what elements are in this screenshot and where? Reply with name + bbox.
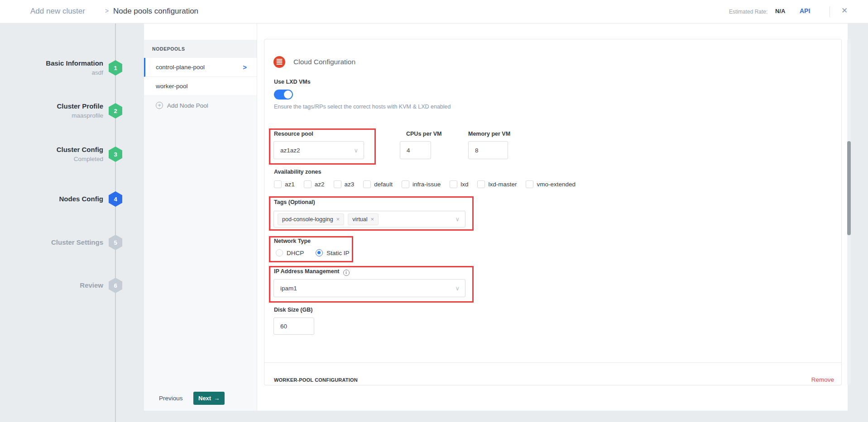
lxd-hint-text: Ensure the tags/RPs select the correct h… [274, 104, 451, 110]
step-title: Basic Information [0, 58, 103, 68]
checkbox-infra-issue[interactable]: infra-issue [402, 180, 441, 188]
add-node-pool-button[interactable]: + Add Node Pool [156, 100, 208, 111]
estimated-rate-value: N/A [775, 8, 785, 14]
breadcrumb-parent-link[interactable]: Add new cluster [30, 7, 85, 16]
previous-button[interactable]: Previous [159, 395, 183, 402]
add-node-pool-label: Add Node Pool [167, 102, 208, 109]
step-badge[interactable]: 4 [109, 191, 122, 207]
checkbox-vmo-extended[interactable]: vmo-extended [526, 180, 575, 188]
info-icon[interactable]: i [343, 270, 350, 276]
ipam-select[interactable]: ipam1 ∨ [273, 279, 465, 297]
step-title: Cluster Config [0, 145, 103, 154]
checkbox-default[interactable]: default [363, 180, 393, 188]
checkbox-label: az2 [315, 181, 325, 188]
nodepools-heading: NODEPOOLS [144, 40, 257, 58]
checkbox-az1[interactable]: az1 [274, 180, 295, 188]
chevron-right-icon: > [243, 63, 247, 71]
app-header: Add new cluster > Node pools configurati… [0, 0, 868, 24]
tags-label: Tags (Optional) [274, 199, 315, 205]
checkbox-icon[interactable] [477, 180, 485, 188]
breadcrumb-separator: > [105, 7, 109, 14]
network-type-label: Network Type [274, 238, 311, 244]
step-subtitle: Completed [0, 154, 103, 164]
step-title: Cluster Settings [0, 237, 103, 247]
checkbox-label: vmo-extended [537, 181, 575, 188]
availability-zones-row: az1 az2 az3 default infra-issue lxd lxd-… [274, 180, 575, 188]
network-type-radio-group: DHCP Static IP [276, 249, 350, 256]
api-button[interactable]: API [800, 7, 810, 14]
ipam-label: IP Address Managementi [274, 268, 350, 276]
step-badge[interactable]: 1 [109, 60, 122, 76]
chevron-down-icon: ∨ [354, 147, 358, 154]
checkbox-lxd[interactable]: lxd [450, 180, 468, 188]
step-badge[interactable]: 5 [109, 235, 122, 250]
tag-chip-label: virtual [352, 216, 367, 223]
checkbox-icon[interactable] [363, 180, 371, 188]
tags-multiselect[interactable]: pod-console-logging × virtual × ∨ [273, 211, 465, 228]
remove-worker-pool-link[interactable]: Remove [811, 376, 834, 383]
stepper-line [115, 24, 116, 422]
section-title: Cloud Configuration [293, 58, 355, 66]
step-title: Review [0, 280, 103, 290]
checkbox-label: az3 [345, 181, 355, 188]
header-divider [830, 6, 830, 17]
tag-chip-label: pod-console-logging [282, 216, 333, 223]
radio-label: Static IP [326, 250, 349, 256]
step-subtitle: asdf [0, 68, 103, 77]
step-title: Nodes Config [0, 194, 103, 204]
checkbox-label: lxd-master [488, 181, 517, 188]
plus-circle-icon: + [156, 102, 163, 109]
nodepool-item-label: control-plane-pool [156, 64, 205, 71]
checkbox-icon[interactable] [526, 180, 533, 188]
checkbox-label: infra-issue [412, 181, 441, 188]
resource-pool-select[interactable]: az1az2 ∨ [273, 141, 364, 159]
radio-icon[interactable] [276, 249, 283, 256]
checkbox-icon[interactable] [304, 180, 312, 188]
radio-dhcp[interactable]: DHCP [276, 249, 304, 256]
memory-value: 8 [475, 147, 479, 154]
step-badge[interactable]: 6 [109, 278, 122, 293]
disk-size-input[interactable]: 60 [273, 318, 314, 335]
worker-pool-section-title: WORKER-POOL CONFIGURATION [274, 377, 358, 383]
checkbox-icon[interactable] [402, 180, 409, 188]
disk-size-label: Disk Size (GB) [274, 307, 312, 313]
close-icon[interactable]: ✕ [841, 6, 848, 15]
step-badge[interactable]: 3 [109, 147, 122, 162]
radio-static-ip[interactable]: Static IP [316, 249, 349, 256]
checkbox-lxd-master[interactable]: lxd-master [477, 180, 517, 188]
checkbox-az2[interactable]: az2 [304, 180, 325, 188]
remove-tag-icon[interactable]: × [336, 216, 340, 223]
nodepool-item-control-plane-pool[interactable]: control-plane-pool > [144, 58, 257, 77]
next-button-label: Next [198, 395, 211, 402]
scrollbar-thumb[interactable] [847, 141, 851, 235]
checkbox-icon[interactable] [334, 180, 341, 188]
cloud-configuration-card: Cloud Configuration Use LXD VMs Ensure t… [264, 39, 842, 385]
chevron-down-icon: ∨ [455, 285, 460, 292]
disk-size-value: 60 [280, 323, 287, 330]
nodepools-panel-top [144, 24, 257, 40]
checkbox-az3[interactable]: az3 [334, 180, 355, 188]
ipam-value: ipam1 [280, 285, 297, 292]
cpus-input[interactable]: 4 [400, 141, 431, 159]
checkbox-label: default [374, 181, 393, 188]
checkbox-icon[interactable] [450, 180, 457, 188]
checkbox-icon[interactable] [274, 180, 282, 188]
memory-input[interactable]: 8 [468, 141, 508, 159]
checkbox-label: az1 [285, 181, 295, 188]
step-title: Cluster Profile [0, 101, 103, 111]
nodepools-panel: NODEPOOLS control-plane-pool > worker-po… [144, 24, 257, 411]
memory-label: Memory per VM [468, 131, 510, 137]
radio-selected-icon[interactable] [316, 249, 323, 256]
arrow-right-icon: → [214, 395, 220, 402]
step-badge[interactable]: 2 [109, 103, 122, 119]
step-subtitle: maasprofile [0, 111, 103, 120]
card-divider [264, 362, 841, 363]
next-button[interactable]: Next → [193, 392, 225, 405]
remove-tag-icon[interactable]: × [371, 216, 374, 223]
resource-pool-value: az1az2 [280, 147, 300, 154]
maas-logo-icon [273, 56, 285, 68]
estimated-rate-label: Estimated Rate: [729, 9, 767, 15]
use-lxd-toggle[interactable] [274, 90, 293, 100]
nodepool-item-worker-pool[interactable]: worker-pool [144, 77, 257, 96]
page-title: Node pools configuration [113, 7, 198, 16]
